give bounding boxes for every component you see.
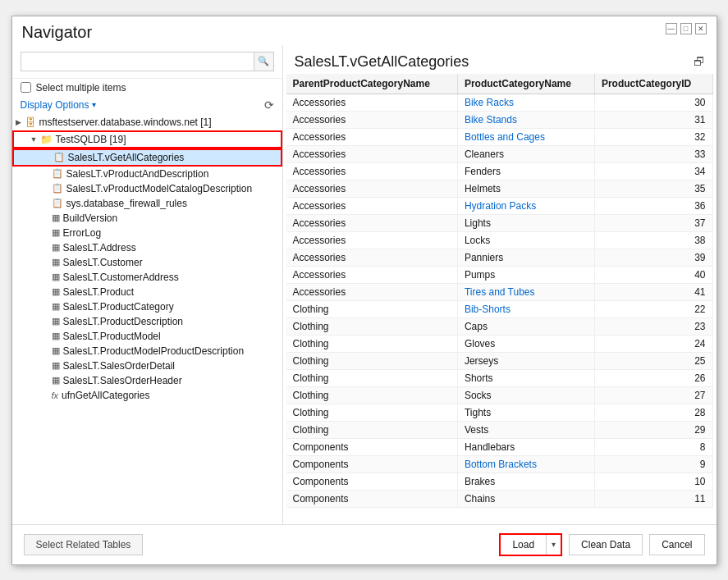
load-dropdown-button[interactable]: ▾ xyxy=(547,536,561,553)
tree-item-label: SalesLT.SalesOrderHeader xyxy=(63,375,182,386)
tree-item[interactable]: fxufnGetAllCategories xyxy=(12,388,282,403)
table-row: ClothingCaps23 xyxy=(286,317,713,335)
minimize-button[interactable]: — xyxy=(666,23,677,34)
table-cell: 26 xyxy=(594,369,712,386)
tree-item-label: msftestserver.database.windows.net [1] xyxy=(39,116,212,128)
table-cell: Hydration Packs xyxy=(457,197,594,214)
tree-root: ▶🗄msftestserver.database.windows.net [1]… xyxy=(12,115,282,403)
tree-item[interactable]: 📋SalesLT.vProductAndDescription xyxy=(12,167,282,181)
table-cell: Caps xyxy=(457,317,594,335)
display-options-button[interactable]: Display Options ▾ xyxy=(21,99,96,111)
view-icon: 📋 xyxy=(52,183,63,194)
tree-item[interactable]: ▦ErrorLog xyxy=(12,226,282,240)
close-button[interactable]: ✕ xyxy=(695,23,707,34)
table-cell: Accessories xyxy=(286,145,458,162)
preview-expand-icon[interactable]: 🗗 xyxy=(694,55,705,68)
table-row: AccessoriesTires and Tubes41 xyxy=(286,283,713,300)
maximize-button[interactable]: □ xyxy=(680,23,692,34)
table-cell: Accessories xyxy=(286,197,458,214)
table-icon: ▦ xyxy=(52,227,60,238)
display-options-bar: Display Options ▾ ⟳ xyxy=(12,97,282,115)
load-button-group: Load ▾ xyxy=(499,533,562,556)
table-row: AccessoriesBottles and Cages32 xyxy=(286,128,713,145)
search-input[interactable] xyxy=(21,52,254,71)
table-cell: Chains xyxy=(457,490,594,507)
table-cell: Handlebars xyxy=(457,438,594,455)
table-column-header: ProductCategoryID xyxy=(594,74,712,94)
table-icon: ▦ xyxy=(52,345,60,356)
right-panel: SalesLT.vGetAllCategories 🗗 ParentProduc… xyxy=(283,45,717,524)
table-cell: Accessories xyxy=(286,214,458,231)
table-row: ClothingSocks27 xyxy=(286,386,713,404)
table-header: ParentProductCategoryNameProductCategory… xyxy=(286,74,713,94)
table-row: ComponentsChains11 xyxy=(286,490,713,507)
tree-item[interactable]: ▦SalesLT.ProductDescription xyxy=(12,314,282,329)
search-button[interactable]: 🔍 xyxy=(254,52,274,71)
select-related-button[interactable]: Select Related Tables xyxy=(24,534,144,555)
table-cell: Clothing xyxy=(286,352,458,369)
select-multiple-checkbox[interactable] xyxy=(21,82,31,93)
tree-item[interactable]: ▦SalesLT.Address xyxy=(12,240,282,255)
tree-arrow-icon: ▼ xyxy=(30,135,39,144)
tree-item[interactable]: 📋SalesLT.vProductModelCatalogDescription xyxy=(12,181,282,196)
tree-container[interactable]: ▶🗄msftestserver.database.windows.net [1]… xyxy=(12,115,282,524)
table-cell: 39 xyxy=(594,249,712,266)
db-icon: 📁 xyxy=(40,134,53,145)
tree-item[interactable]: ▦BuildVersion xyxy=(12,211,282,226)
tree-item-label: SalesLT.Customer xyxy=(63,257,143,268)
table-cell: 33 xyxy=(594,145,712,162)
cancel-button[interactable]: Cancel xyxy=(649,534,704,555)
table-cell: Fenders xyxy=(457,162,594,180)
table-cell: Components xyxy=(286,438,458,455)
table-cell: 37 xyxy=(594,214,712,231)
table-row: AccessoriesLights37 xyxy=(286,214,713,231)
table-cell: Locks xyxy=(457,231,594,249)
refresh-icon[interactable]: ⟳ xyxy=(264,98,274,112)
table-icon: ▦ xyxy=(52,286,60,297)
bottom-right: Load ▾ Clean Data Cancel xyxy=(499,533,704,556)
table-cell: Helmets xyxy=(457,180,594,197)
table-cell: 9 xyxy=(594,455,712,473)
data-table: ParentProductCategoryNameProductCategory… xyxy=(286,74,713,508)
tree-item[interactable]: ▦SalesLT.ProductModel xyxy=(12,329,282,344)
table-cell: Accessories xyxy=(286,266,458,283)
tree-item-label: SalesLT.ProductModelProductDescription xyxy=(63,345,245,357)
tree-item[interactable]: ▦SalesLT.CustomerAddress xyxy=(12,270,282,285)
tree-item[interactable]: 📋sys.database_firewall_rules xyxy=(12,196,282,211)
table-cell: Pumps xyxy=(457,266,594,283)
data-table-container[interactable]: ParentProductCategoryNameProductCategory… xyxy=(286,74,713,524)
load-button[interactable]: Load xyxy=(501,535,547,555)
tree-item[interactable]: ▶🗄msftestserver.database.windows.net [1] xyxy=(12,115,282,130)
table-row: AccessoriesPumps40 xyxy=(286,266,713,283)
table-cell: Lights xyxy=(457,214,594,231)
tree-item[interactable]: ▦SalesLT.Customer xyxy=(12,255,282,270)
tree-item-label: sys.database_firewall_rules xyxy=(66,198,187,209)
tree-item-label: SalesLT.vGetAllCategories xyxy=(68,152,185,163)
tree-item[interactable]: ▦SalesLT.SalesOrderDetail xyxy=(12,359,282,373)
table-row: ClothingTights28 xyxy=(286,404,713,421)
tree-item[interactable]: ▦SalesLT.ProductCategory xyxy=(12,299,282,314)
table-row: ComponentsBottom Brackets9 xyxy=(286,455,713,473)
table-row: AccessoriesBike Racks30 xyxy=(286,94,713,111)
table-cell: 40 xyxy=(594,266,712,283)
table-cell: 29 xyxy=(594,421,712,438)
preview-header: SalesLT.vGetAllCategories 🗗 xyxy=(283,45,717,74)
table-cell: Bottom Brackets xyxy=(457,455,594,473)
table-row: AccessoriesLocks38 xyxy=(286,231,713,249)
table-cell: Clothing xyxy=(286,317,458,335)
tree-item[interactable]: ▦SalesLT.ProductModelProductDescription xyxy=(12,344,282,359)
server-icon: 🗄 xyxy=(25,116,36,129)
left-panel: 🔍 Select multiple items Display Options … xyxy=(12,45,283,524)
main-content: 🔍 Select multiple items Display Options … xyxy=(12,45,717,524)
tree-item[interactable]: ▼📁TestSQLDB [19] xyxy=(12,130,282,148)
clean-data-button[interactable]: Clean Data xyxy=(569,534,643,555)
table-cell: Panniers xyxy=(457,249,594,266)
table-cell: 22 xyxy=(594,300,712,317)
table-column-header: ParentProductCategoryName xyxy=(286,74,458,94)
tree-item[interactable]: 📋SalesLT.vGetAllCategories xyxy=(12,148,282,167)
tree-item[interactable]: ▦SalesLT.SalesOrderHeader xyxy=(12,373,282,388)
table-row: AccessoriesBike Stands31 xyxy=(286,111,713,128)
func-icon: fx xyxy=(52,390,59,400)
table-row: ComponentsBrakes10 xyxy=(286,473,713,490)
tree-item[interactable]: ▦SalesLT.Product xyxy=(12,285,282,299)
